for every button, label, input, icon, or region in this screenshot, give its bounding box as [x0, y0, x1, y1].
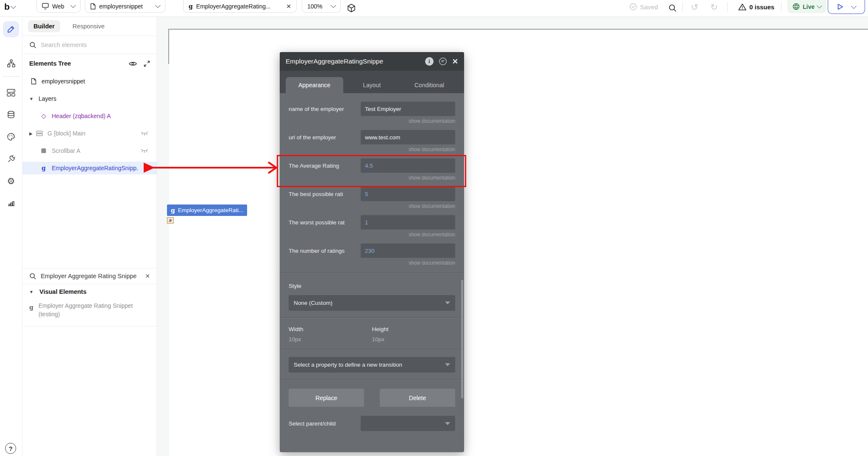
property-editor-header[interactable]: EmployerAggregateRatingSnippe i ✕: [280, 52, 464, 71]
section-divider: [280, 273, 464, 274]
property-editor: EmployerAggregateRatingSnippe i ✕ Appear…: [280, 52, 464, 452]
tree-item-root-page[interactable]: employersnippet: [22, 75, 157, 88]
tab-responsive[interactable]: Responsive: [72, 23, 105, 30]
style-dropdown[interactable]: None (Custom): [289, 295, 455, 311]
show-documentation-link[interactable]: show documentation: [289, 175, 455, 181]
workflow-tab[interactable]: [3, 55, 19, 71]
caret-down-icon[interactable]: ▼: [29, 97, 35, 101]
tree-item-label: employersnippet: [42, 78, 85, 85]
eye-icon[interactable]: [129, 61, 137, 66]
page-surface[interactable]: [169, 30, 868, 456]
element-tab[interactable]: g EmployerAggregateRating... ✕: [183, 0, 297, 13]
issues-label: 0 issues: [749, 3, 774, 11]
tab-layout[interactable]: Layout: [343, 77, 401, 93]
palette-item-snippet[interactable]: g Employer Aggregate Rating Snippet (tes…: [29, 301, 148, 319]
section-divider: [280, 318, 464, 318]
style-dropdown-value: None (Custom): [294, 300, 333, 306]
show-documentation-link[interactable]: show documentation: [289, 118, 455, 124]
page-dropdown[interactable]: employersnippet: [85, 0, 165, 13]
square-icon: [39, 148, 48, 153]
search-elements-input[interactable]: [41, 41, 134, 48]
component-cube-icon[interactable]: [347, 3, 356, 13]
logo-glyph: b: [4, 2, 10, 12]
design-pencil-tab[interactable]: [3, 21, 19, 37]
field-label: The worst possible rat: [289, 219, 361, 226]
logs-tab[interactable]: [3, 195, 19, 211]
redo-icon[interactable]: ↻: [710, 2, 718, 12]
app-logo[interactable]: b: [4, 0, 15, 14]
issues-indicator[interactable]: 0 issues: [738, 0, 774, 14]
zoom-dropdown[interactable]: 100%: [302, 0, 341, 13]
settings-tab[interactable]: ⚙: [3, 173, 19, 189]
tree-group-layers[interactable]: ▼ Layers: [22, 92, 157, 105]
design-canvas[interactable]: g EmployerAggregateRati... /r: [158, 17, 868, 456]
tab-appearance[interactable]: Appearance: [286, 77, 343, 93]
saved-status: Saved: [629, 0, 658, 14]
inspector-scrollbar[interactable]: [461, 280, 463, 398]
transition-placeholder: Select a property to define a new transi…: [294, 362, 402, 368]
snippet-element-on-canvas[interactable]: /r: [167, 217, 174, 224]
selected-element-chip-label: EmployerAggregateRati...: [178, 207, 244, 213]
search-icon[interactable]: [668, 4, 677, 12]
styles-tab[interactable]: [3, 129, 19, 145]
average-rating-input[interactable]: 4.5: [361, 158, 455, 173]
show-documentation-link[interactable]: show documentation: [289, 260, 455, 266]
tree-item-g-block[interactable]: ▶ G [block] Main: [22, 127, 157, 140]
expand-icon[interactable]: [144, 61, 150, 67]
comment-icon[interactable]: [439, 57, 447, 66]
environment-dropdown[interactable]: Web: [36, 0, 81, 13]
sitemap-icon: [7, 59, 16, 68]
best-rating-input[interactable]: 5: [361, 187, 455, 201]
preview-run-button[interactable]: [828, 0, 865, 14]
field-employer-url: url of the employer www.test.com show do…: [289, 130, 455, 152]
close-icon[interactable]: ✕: [452, 57, 458, 66]
info-icon[interactable]: i: [425, 57, 434, 66]
bar-chart-icon: [7, 199, 15, 207]
tab-builder[interactable]: Builder: [28, 20, 60, 32]
caret-right-icon[interactable]: ▶: [29, 131, 35, 136]
field-best-rating: The best possible rati 5 show documentat…: [289, 187, 455, 209]
data-tab[interactable]: [3, 107, 19, 123]
help-button[interactable]: ?: [5, 443, 16, 454]
snippet-element-icon: g: [39, 165, 48, 171]
close-icon[interactable]: ✕: [286, 3, 291, 10]
transition-dropdown[interactable]: Select a property to define a new transi…: [289, 357, 455, 373]
visual-elements-header[interactable]: ▼ Visual Elements: [29, 288, 86, 295]
tab-conditional[interactable]: Conditional: [401, 77, 458, 93]
plug-icon: [7, 155, 16, 163]
delete-button[interactable]: Delete: [380, 389, 455, 407]
components-tab[interactable]: [3, 85, 19, 101]
hidden-eye-icon[interactable]: [141, 149, 148, 153]
top-toolbar: b Web employersnippet g EmployerAggregat…: [0, 0, 868, 17]
ratings-count-input[interactable]: 230: [361, 243, 455, 258]
tree-item-header[interactable]: ◇ Header (zqbackend) A: [22, 110, 157, 122]
replace-button[interactable]: Replace: [289, 389, 364, 407]
check-circle-icon: [629, 3, 637, 11]
hidden-eye-icon[interactable]: [141, 131, 148, 136]
tree-group-label: Layers: [39, 95, 56, 102]
tree-item-snippet-selected[interactable]: g EmployerAggregateRatingSnipp.: [22, 162, 157, 174]
clear-search-icon[interactable]: ✕: [145, 273, 150, 279]
worst-rating-input[interactable]: 1: [361, 215, 455, 229]
tiny-element-glyph: /r: [169, 218, 172, 223]
show-documentation-link[interactable]: show documentation: [289, 146, 455, 152]
element-search-input[interactable]: [41, 273, 141, 279]
undo-icon[interactable]: ↺: [691, 2, 698, 12]
palette-item-label: Employer Aggregate Rating Snippet (testi…: [39, 301, 148, 319]
rail-divider: [3, 76, 19, 77]
chevron-down-icon: [445, 363, 450, 366]
parent-child-dropdown[interactable]: [361, 416, 455, 431]
page-icon: [90, 3, 96, 10]
employer-name-input[interactable]: Test Employer: [361, 102, 455, 116]
live-version-dropdown[interactable]: Live: [787, 0, 826, 13]
toolbar-separator: [682, 2, 683, 12]
plugins-tab[interactable]: [3, 151, 19, 167]
field-label: The Average Rating: [289, 163, 361, 169]
tree-item-scrollbar[interactable]: Scrollbar A: [22, 144, 157, 157]
show-documentation-link[interactable]: show documentation: [289, 203, 455, 209]
live-label: Live: [803, 3, 815, 10]
employer-url-input[interactable]: www.test.com: [361, 130, 455, 144]
show-documentation-link[interactable]: show documentation: [289, 232, 455, 238]
selected-element-chip[interactable]: g EmployerAggregateRati...: [167, 205, 247, 216]
field-average-rating: The Average Rating 4.5 show documentatio…: [289, 158, 455, 181]
